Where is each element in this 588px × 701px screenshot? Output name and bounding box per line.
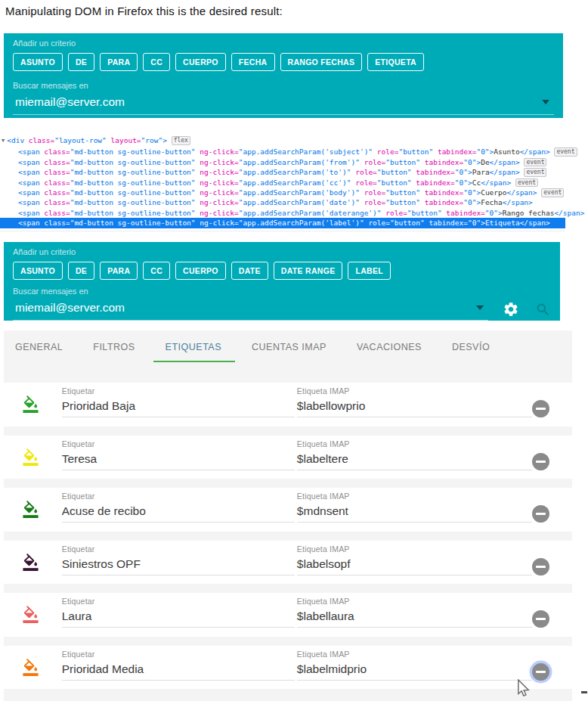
- mailbox-select[interactable]: miemail@server.com: [13, 298, 488, 321]
- dom-node-line[interactable]: <span class="md-button sg-outline-button…: [0, 157, 565, 167]
- remove-label-button[interactable]: [532, 558, 549, 575]
- settings-tab[interactable]: CUENTAS IMAP: [252, 330, 326, 364]
- label-name-value[interactable]: Acuse de recibo: [62, 504, 295, 523]
- label-name-field[interactable]: Etiquetar Prioridad Media: [62, 646, 295, 690]
- search-icon[interactable]: [535, 302, 551, 318]
- criteria-button[interactable]: ASUNTO: [13, 262, 63, 280]
- code-token: De: [481, 158, 489, 166]
- code-token: ng-click=: [200, 219, 238, 227]
- imap-label-value[interactable]: $labelmidprio: [297, 662, 532, 681]
- criteria-button[interactable]: ETIQUETA: [367, 53, 424, 71]
- label-name-field[interactable]: Etiquetar Acuse de recibo: [62, 488, 295, 532]
- imap-label-field[interactable]: Etiqueta IMAP $labellaura: [297, 593, 532, 637]
- event-badge[interactable]: event: [541, 188, 564, 197]
- settings-tab[interactable]: GENERAL: [15, 330, 63, 364]
- imap-label-field[interactable]: Etiqueta IMAP $labelmidprio: [297, 646, 532, 690]
- imap-label-field[interactable]: Etiqueta IMAP $mdnsent: [297, 488, 532, 532]
- criteria-button[interactable]: PARA: [100, 262, 138, 280]
- remove-label-button[interactable]: [532, 610, 549, 628]
- criteria-button[interactable]: DE: [68, 53, 94, 71]
- criteria-button[interactable]: FECHA: [231, 53, 275, 71]
- criteria-button[interactable]: CC: [143, 262, 170, 280]
- event-badge[interactable]: event: [524, 158, 546, 167]
- imap-label-value[interactable]: $mdnsent: [297, 504, 532, 523]
- code-token: </span>: [520, 219, 550, 227]
- code-token: "button": [385, 188, 420, 197]
- label-name-value[interactable]: Prioridad Baja: [62, 399, 295, 417]
- criteria-button[interactable]: RANGO FECHAS: [280, 53, 363, 71]
- label-name-field[interactable]: Etiquetar Siniestros OPF: [62, 541, 295, 585]
- code-token: role=: [377, 147, 399, 156]
- code-token: class=: [44, 219, 70, 227]
- criteria-button[interactable]: DATE RANGE: [274, 262, 343, 280]
- remove-label-button[interactable]: [532, 505, 549, 523]
- code-token: <span: [18, 178, 40, 187]
- remove-label-button[interactable]: [532, 453, 549, 470]
- code-token: "button": [407, 209, 442, 217]
- dom-node-line[interactable]: <span class="md-button sg-outline-button…: [0, 218, 565, 228]
- remove-label-button[interactable]: [532, 663, 549, 681]
- code-token: "0": [485, 209, 498, 217]
- criteria-button[interactable]: CUERPO: [175, 53, 226, 71]
- imap-label-field[interactable]: Etiqueta IMAP $labeltere: [297, 436, 532, 479]
- dom-node-line[interactable]: <span class="md-button sg-outline-button…: [0, 208, 565, 218]
- imap-label-value[interactable]: $labelsopf: [297, 557, 532, 575]
- code-token: "0": [463, 188, 476, 197]
- imap-label-field[interactable]: Etiqueta IMAP $labellowprio: [297, 383, 532, 426]
- criteria-button[interactable]: DATE: [231, 262, 268, 280]
- code-token: ng-click=: [200, 198, 238, 206]
- event-badge[interactable]: event: [515, 178, 538, 188]
- add-criteria-label: Añadir un criterio: [13, 39, 554, 48]
- criteria-button[interactable]: DE: [68, 262, 94, 280]
- chevron-down-icon[interactable]: [476, 306, 484, 310]
- dom-node-line[interactable]: <span class="md-button sg-outline-button…: [0, 147, 565, 157]
- code-token: Cuerpo: [481, 188, 506, 197]
- imap-label-field[interactable]: Etiqueta IMAP $labelsopf: [297, 541, 532, 585]
- dom-node-line[interactable]: <span class="md-button sg-outline-button…: [0, 197, 565, 207]
- event-badge[interactable]: event: [524, 168, 546, 177]
- settings-tab[interactable]: VACACIONES: [357, 330, 422, 364]
- label-name-value[interactable]: Prioridad Media: [62, 662, 295, 681]
- settings-tab[interactable]: ETIQUETAS: [166, 330, 221, 364]
- dom-node-line[interactable]: <span class="md-button sg-outline-button…: [0, 178, 565, 188]
- label-name-value[interactable]: Laura: [62, 609, 295, 628]
- code-token: tabindex=: [425, 158, 463, 166]
- code-token: class=: [29, 136, 54, 144]
- chevron-down-icon[interactable]: [542, 100, 549, 104]
- settings-tab[interactable]: FILTROS: [93, 330, 135, 364]
- imap-label-value[interactable]: $labeltere: [297, 452, 532, 470]
- code-token: class=: [44, 188, 70, 197]
- criteria-button[interactable]: LABEL: [348, 262, 391, 280]
- label-name-caption: Etiquetar: [62, 439, 295, 448]
- code-token: Fecha: [481, 198, 503, 206]
- event-badge[interactable]: event: [554, 147, 577, 157]
- code-token: role=: [364, 198, 386, 206]
- dom-node-line[interactable]: ▼<div class="layout-row" layout="row"> f…: [0, 135, 565, 147]
- settings-tab[interactable]: DESVÍO: [452, 330, 490, 364]
- remove-label-button[interactable]: [532, 400, 549, 417]
- dom-node-line[interactable]: <span class="md-button sg-outline-button…: [0, 167, 565, 177]
- label-name-value[interactable]: Siniestros OPF: [62, 557, 295, 575]
- gear-icon[interactable]: [503, 301, 519, 318]
- dom-node-line[interactable]: <span class="md-button sg-outline-button…: [0, 188, 565, 197]
- label-name-field[interactable]: Etiquetar Laura: [62, 593, 295, 637]
- flex-badge[interactable]: flex: [172, 136, 190, 145]
- code-token: "button": [377, 168, 412, 176]
- criteria-button[interactable]: PARA: [100, 53, 138, 71]
- criteria-button[interactable]: ASUNTO: [13, 53, 63, 71]
- code-token: </span>: [490, 158, 520, 166]
- criteria-button[interactable]: CUERPO: [175, 262, 226, 280]
- code-token: tabindex=: [429, 219, 467, 227]
- mailbox-select[interactable]: miemail@server.com: [13, 92, 554, 115]
- label-name-field[interactable]: Etiquetar Teresa: [62, 436, 295, 479]
- label-name-value[interactable]: Teresa: [62, 452, 295, 470]
- code-token: Etiqueta: [485, 219, 520, 227]
- criteria-button[interactable]: CC: [143, 53, 170, 71]
- label-name-field[interactable]: Etiquetar Prioridad Baja: [62, 383, 295, 426]
- color-fill-icon: [22, 448, 39, 466]
- imap-label-caption: Etiqueta IMAP: [297, 544, 532, 554]
- imap-label-value[interactable]: $labellaura: [297, 609, 532, 628]
- label-row: Etiquetar Teresa Etiqueta IMAP $labelter…: [4, 426, 572, 479]
- imap-label-value[interactable]: $labellowprio: [297, 399, 532, 417]
- code-token: </span>: [520, 147, 550, 156]
